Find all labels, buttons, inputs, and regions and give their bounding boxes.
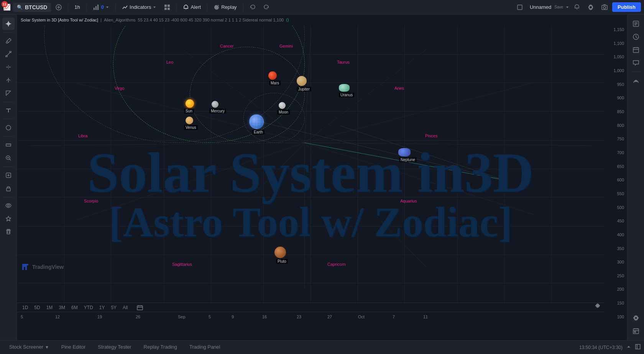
chart-indicator-title: Solar System in 3D [Astro Tool w/ Zodiac…: [21, 18, 98, 22]
tf-1m[interactable]: 1M: [44, 304, 55, 311]
tf-5d[interactable]: 5D: [32, 304, 42, 311]
replay-button[interactable]: Replay: [210, 3, 240, 12]
price-800: 800: [604, 123, 624, 128]
neptune-label: Neptune: [399, 157, 417, 162]
tf-all[interactable]: All: [120, 304, 130, 311]
alert-button[interactable]: Alert: [180, 3, 204, 12]
time-sep: Sep: [178, 314, 186, 319]
date-range-button[interactable]: [136, 304, 144, 311]
uranus-label: Uranus: [339, 92, 354, 97]
chat-button[interactable]: [630, 57, 642, 69]
favorite-tool[interactable]: [2, 212, 15, 225]
expand-panel-button[interactable]: [635, 344, 641, 351]
ticker-selector[interactable]: 🔍 BTCUSD: [13, 3, 51, 12]
undo-button[interactable]: [246, 1, 259, 13]
zodiac-virgo: Virgo: [115, 86, 124, 91]
zoom-tool[interactable]: [2, 152, 15, 164]
chart-area[interactable]: Solar System in 3D [Astro Tool w/ Zodiac…: [17, 15, 627, 340]
tf-6m[interactable]: 6M: [69, 304, 80, 311]
screenshot-button[interactable]: [598, 1, 611, 13]
chart-indicator-icon[interactable]: ⟨⟩: [286, 18, 289, 23]
lock-tool[interactable]: [2, 182, 15, 194]
time-16-sep: 16: [262, 314, 267, 319]
publish-button[interactable]: Publish: [612, 2, 641, 12]
zodiac-aquarius: Aquarius: [400, 199, 417, 203]
tab-stock-screener[interactable]: Stock Screener ▼: [3, 341, 55, 354]
pluto-body: [274, 247, 286, 258]
fullscreen-button[interactable]: [514, 1, 526, 13]
svg-rect-43: [7, 188, 10, 191]
solar-system-container: Cancer Gemini Leo Taurus Virgo Aries Lib…: [17, 25, 604, 312]
settings-gear-button[interactable]: [630, 312, 642, 324]
tf-3m[interactable]: 3M: [56, 304, 67, 311]
stock-screener-arrow[interactable]: ▼: [45, 345, 49, 349]
zodiac-scorpio: Scorpio: [84, 199, 98, 203]
timeframe-selector[interactable]: 1h: [71, 3, 83, 12]
grid-v-11: [551, 25, 552, 312]
notification-count: 11: [2, 1, 8, 7]
time-26: 26: [136, 314, 140, 319]
price-1000: 1,000: [604, 68, 624, 73]
tf-1y[interactable]: 1Y: [97, 304, 107, 311]
templates-button[interactable]: [161, 1, 173, 13]
calendar-button[interactable]: [630, 44, 642, 56]
tab-pine-editor[interactable]: Pine Editor: [55, 341, 92, 354]
tf-5y[interactable]: 5Y: [108, 304, 119, 311]
gann-tool[interactable]: [2, 87, 15, 99]
left-sep6: [3, 197, 14, 197]
indicators-button[interactable]: Indicators: [119, 3, 159, 12]
tf-ytd[interactable]: YTD: [82, 304, 95, 311]
chart-name-dropdown[interactable]: [565, 5, 569, 9]
tab-trading-panel[interactable]: Trading Panel: [183, 341, 226, 354]
watchlist-button[interactable]: [630, 18, 642, 30]
left-sep2: [3, 102, 14, 102]
price-500: 500: [604, 205, 624, 210]
chart-name[interactable]: Unnamed: [527, 3, 554, 12]
collapse-panel-button[interactable]: [626, 344, 632, 351]
svg-rect-8: [164, 8, 167, 10]
crosshair-tool[interactable]: [2, 18, 15, 30]
price-400: 400: [604, 232, 624, 237]
chart-type-selector[interactable]: 0: [90, 2, 112, 12]
grid-v-10: [504, 25, 505, 312]
line-tool[interactable]: [2, 48, 15, 60]
bottom-panel: Stock Screener ▼ Pine Editor Strategy Te…: [0, 340, 644, 354]
circle-tool[interactable]: [2, 122, 15, 134]
svg-line-37: [9, 159, 11, 161]
calendar-range-button[interactable]: [630, 325, 642, 337]
settings-button[interactable]: [585, 1, 597, 13]
broadcast-button[interactable]: [630, 74, 642, 86]
svg-line-66: [305, 82, 534, 143]
time-11-oct: 11: [423, 314, 428, 319]
chart-indicator-author: Alien_Algorithms: [104, 18, 136, 22]
time-axis: 5 12 19 26 Sep 5 9 16 23 27 Oct 7 11: [17, 312, 604, 321]
tab-replay-trading[interactable]: Replay Trading: [138, 341, 183, 354]
price-150: 150: [604, 301, 624, 305]
pencil-tool[interactable]: [2, 35, 15, 47]
text-tool[interactable]: [2, 104, 15, 117]
redo-button[interactable]: [260, 1, 273, 13]
time-12: 12: [55, 314, 60, 319]
right-toolbar: [627, 15, 644, 340]
price-750: 750: [604, 137, 624, 141]
pitchfork-tool[interactable]: [2, 74, 15, 86]
grid-v-7: [358, 25, 358, 312]
add-symbol-button[interactable]: [53, 1, 65, 13]
horizontal-line-tool[interactable]: [2, 61, 15, 73]
clock-button[interactable]: [630, 31, 642, 43]
scale-settings-button[interactable]: [595, 303, 600, 310]
tab-strategy-tester[interactable]: Strategy Tester: [92, 341, 137, 354]
measure-tool[interactable]: [2, 139, 15, 151]
mercury-label: Mercury: [209, 109, 226, 114]
stock-screener-label: Stock Screener: [9, 344, 43, 350]
indicator-template-tool[interactable]: [2, 169, 15, 181]
svg-rect-59: [633, 329, 639, 334]
trading-panel-label: Trading Panel: [189, 344, 220, 350]
trash-tool[interactable]: [2, 226, 15, 238]
replay-label: Replay: [221, 4, 237, 10]
notification-bell-button[interactable]: [571, 1, 583, 13]
svg-line-78: [340, 125, 504, 180]
zodiac-cancer: Cancer: [220, 44, 233, 48]
tf-1d[interactable]: 1D: [20, 304, 30, 311]
visibility-tool[interactable]: [2, 199, 15, 212]
